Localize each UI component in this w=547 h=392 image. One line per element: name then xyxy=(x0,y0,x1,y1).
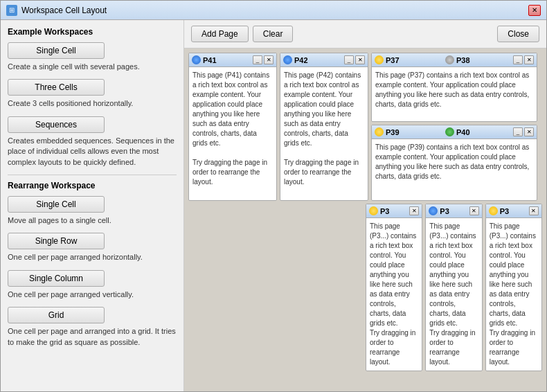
cell-p3c-icon xyxy=(489,206,498,215)
cell-p3a: P3 ✕ This page (P3...) contains a rich t… xyxy=(366,204,422,371)
grid-desc: One cell per page and arranged into a gr… xyxy=(8,326,177,348)
cells-container: P41 _ ✕ This page (P41) contains a rich … xyxy=(188,53,542,387)
cell-p3a-titlebar: P3 ✕ xyxy=(366,204,422,218)
cell-p3c-controls: ✕ xyxy=(529,206,539,215)
cell-p42-text2: Try dragging the page in order to rearra… xyxy=(284,159,359,186)
cell-p39p40-controls: _ ✕ xyxy=(513,127,534,136)
cell-p37p38-controls: _ ✕ xyxy=(513,55,534,64)
add-page-button[interactable]: Add Page xyxy=(191,26,249,42)
cell-p42-controls: _ ✕ xyxy=(344,55,365,64)
cell-p41-text2: Try dragging the page in order to rearra… xyxy=(192,159,267,186)
cell-p37-text: This page (P37) contains a rich text box… xyxy=(375,71,529,108)
cell-p39p40-titlebar: P39 P40 _ ✕ xyxy=(372,125,537,139)
single-column-desc: One cell per page arranged vertically. xyxy=(8,289,177,300)
cell-p39p40: P39 P40 _ ✕ This page (P39) conta xyxy=(371,125,537,201)
cell-p3a-icon xyxy=(369,206,378,215)
window-close-button[interactable]: ✕ xyxy=(528,5,541,16)
title-bar: ⊞ Workspace Cell Layout ✕ xyxy=(1,1,546,20)
single-row-button[interactable]: Single Row xyxy=(8,233,105,249)
cell-p41-minimize[interactable]: _ xyxy=(253,55,262,64)
main-content: Example Workspaces Single Cell Create a … xyxy=(1,20,546,391)
toolbar: Add Page Clear Close xyxy=(184,20,546,48)
cell-p41-text: This page (P41) contains a rich text box… xyxy=(192,71,269,147)
window-title: Workspace Cell Layout xyxy=(21,6,528,15)
cell-p3a-text2: Try dragging in order to rearrange layou… xyxy=(370,329,415,366)
cell-p41-titlebar: P41 _ ✕ xyxy=(189,53,276,67)
cell-p3b-text: This page (P3...) contains a rich text b… xyxy=(429,222,476,327)
cell-p3b-controls: ✕ xyxy=(469,206,479,215)
cell-p3b-text2: Try dragging in order to rearrange layou… xyxy=(429,329,475,366)
cell-p37-icon xyxy=(375,55,384,64)
cell-p41-close[interactable]: ✕ xyxy=(264,55,274,64)
cell-p40-icon xyxy=(445,127,454,136)
cell-p37p38-close[interactable]: ✕ xyxy=(524,55,534,64)
cell-p42-icon xyxy=(283,55,292,64)
rearrange-single-cell-button[interactable]: Single Cell xyxy=(8,196,105,213)
cell-p3b-close[interactable]: ✕ xyxy=(469,206,479,215)
cell-p3a-content: This page (P3...) contains a rich text b… xyxy=(366,218,422,371)
main-window: ⊞ Workspace Cell Layout ✕ Example Worksp… xyxy=(0,0,547,392)
sequences-desc: Creates embedded sequences. Sequences in… xyxy=(8,136,177,168)
cell-p37p38-titlebar: P37 P38 _ ✕ xyxy=(372,53,537,67)
three-cells-desc: Create 3 cells positioned horizontally. xyxy=(8,98,177,109)
cell-p3b-title: P3 xyxy=(440,207,469,215)
cell-p37p38: P37 P38 _ ✕ This page (P37) conta xyxy=(371,53,537,122)
cell-p42-close[interactable]: ✕ xyxy=(355,55,365,64)
left-panel: Example Workspaces Single Cell Create a … xyxy=(1,20,184,391)
single-row-desc: One cell per page arranged horizontally. xyxy=(8,252,177,262)
cell-p39-title: P39 xyxy=(386,128,442,136)
clear-button[interactable]: Clear xyxy=(253,26,294,42)
right-panel: Add Page Clear Close P41 xyxy=(184,20,546,391)
cell-p3a-close[interactable]: ✕ xyxy=(409,206,419,215)
cell-p39p40-close[interactable]: ✕ xyxy=(524,127,534,136)
close-button[interactable]: Close xyxy=(497,26,539,42)
cell-p42-title: P42 xyxy=(294,56,344,64)
cell-p3a-controls: ✕ xyxy=(409,206,419,215)
three-cells-button[interactable]: Three Cells xyxy=(8,79,105,96)
cells-row-2: P3 ✕ This page (P3...) contains a rich t… xyxy=(366,204,542,371)
single-column-button[interactable]: Single Column xyxy=(8,270,105,287)
workspace-area: P41 _ ✕ This page (P41) contains a rich … xyxy=(184,48,546,391)
cell-p41-title: P41 xyxy=(203,56,253,64)
cell-p3b-titlebar: P3 ✕ xyxy=(426,204,481,218)
cell-p3c-titlebar: P3 ✕ xyxy=(486,204,541,218)
cell-p42-text: This page (P42) contains a rich text box… xyxy=(284,71,361,147)
cell-p3c-text: This page (P3...) contains a rich text b… xyxy=(490,222,536,327)
cell-p3b-icon xyxy=(429,206,438,215)
cell-p3a-title: P3 xyxy=(380,207,409,215)
example-section-title: Example Workspaces xyxy=(8,27,177,37)
cell-p41-icon xyxy=(192,55,201,64)
cell-p3c-title: P3 xyxy=(500,207,529,215)
cell-p3c-content: This page (P3...) contains a rich text b… xyxy=(486,218,541,371)
rearrange-section-title: Rearrange Workspace xyxy=(8,181,177,190)
single-cell-button[interactable]: Single Cell xyxy=(8,42,105,59)
cell-p37-content: This page (P37) contains a rich text box… xyxy=(372,67,537,121)
cell-p41: P41 _ ✕ This page (P41) contains a rich … xyxy=(188,53,277,201)
cells-row-1: P41 _ ✕ This page (P41) contains a rich … xyxy=(188,53,542,201)
cell-p40-title: P40 xyxy=(456,128,513,136)
cell-p37p38-minimize[interactable]: _ xyxy=(513,55,523,64)
cell-p39-icon xyxy=(375,127,384,136)
cell-p3c-text2: Try dragging in order to rearrange layou… xyxy=(490,329,535,366)
grid-button[interactable]: Grid xyxy=(8,307,105,323)
cell-p3a-text: This page (P3...) contains a rich text b… xyxy=(370,222,416,327)
cell-p41-content: This page (P41) contains a rich text box… xyxy=(189,67,276,200)
cell-p38-title: P38 xyxy=(456,56,513,64)
cell-p42-content: This page (P42) contains a rich text box… xyxy=(280,67,368,200)
cell-p39-content: This page (P39) contains a rich text box… xyxy=(372,139,537,200)
cell-p3b-content: This page (P3...) contains a rich text b… xyxy=(426,218,481,371)
app-icon: ⊞ xyxy=(6,5,17,16)
rearrange-single-cell-desc: Move all pages to a single cell. xyxy=(8,215,177,226)
cell-p3c: P3 ✕ This page (P3...) contains a rich t… xyxy=(485,204,542,371)
cell-p39p40-minimize[interactable]: _ xyxy=(513,127,523,136)
sequences-button[interactable]: Sequences xyxy=(8,116,105,133)
cell-p39-text: This page (P39) contains a rich text box… xyxy=(375,143,529,180)
cell-p3c-close[interactable]: ✕ xyxy=(529,206,539,215)
cell-p42-titlebar: P42 _ ✕ xyxy=(280,53,368,67)
single-cell-desc: Create a single cell with several pages. xyxy=(8,62,177,72)
divider xyxy=(8,175,177,175)
right-column: P37 P38 _ ✕ This page (P37) conta xyxy=(371,53,537,201)
cell-p42: P42 _ ✕ This page (P42) contains a rich … xyxy=(280,53,368,201)
cell-p42-minimize[interactable]: _ xyxy=(344,55,354,64)
cell-p3b: P3 ✕ This page (P3...) contains a rich t… xyxy=(425,204,482,371)
